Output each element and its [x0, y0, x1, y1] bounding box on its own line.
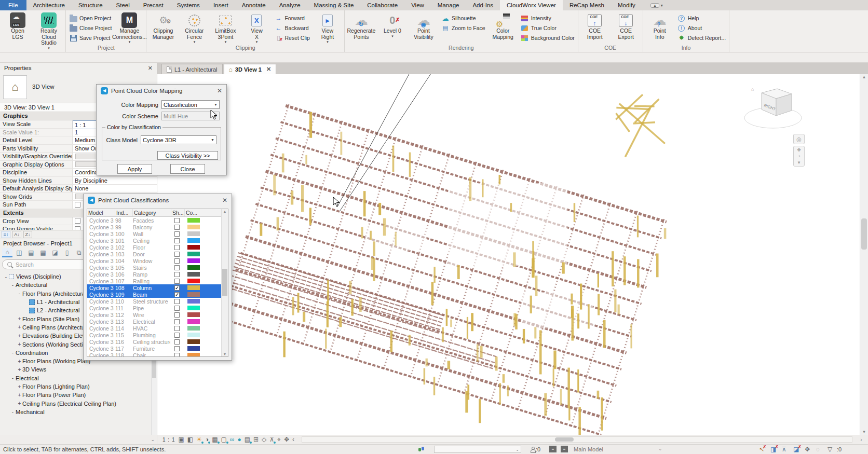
- color-chip[interactable]: [187, 272, 200, 277]
- tree-item-floor-plans-power-plan[interactable]: +Floor Plans (Power Plan): [0, 391, 152, 399]
- help-button[interactable]: ?Help: [676, 13, 728, 23]
- color-chip[interactable]: [187, 231, 200, 236]
- color-chip[interactable]: [187, 299, 200, 304]
- silhouette-button[interactable]: ☁Silhouette: [440, 13, 487, 23]
- collapse-icon[interactable]: -: [10, 375, 16, 381]
- dialog-titlebar[interactable]: ◀ Point Cloud Classifications ✕: [84, 194, 232, 206]
- collapse-bar-icon[interactable]: ‹: [292, 436, 294, 443]
- limitbox-3point-button[interactable]: LimitBox3Point▾: [210, 11, 240, 45]
- temporary-hide-isolate-icon[interactable]: ∞: [230, 436, 235, 443]
- tree-item-3d-views[interactable]: +3D Views: [0, 365, 152, 374]
- color-chip[interactable]: [187, 339, 200, 344]
- close-icon[interactable]: ✕: [222, 197, 227, 204]
- close-button[interactable]: Close: [170, 164, 205, 174]
- classification-row-column[interactable]: Cyclone 3...108Column✓: [87, 284, 228, 291]
- close-icon[interactable]: ✕: [217, 87, 222, 94]
- classification-row-wall[interactable]: Cyclone 3...100Wall: [87, 230, 228, 237]
- view-x-button[interactable]: XViewX▾: [241, 11, 272, 45]
- color-chip[interactable]: [187, 292, 200, 297]
- collapse-icon[interactable]: -: [10, 350, 16, 355]
- save-project-button[interactable]: Save Project: [67, 33, 113, 43]
- expand-icon[interactable]: +: [17, 333, 22, 339]
- ribbon-tab-steel[interactable]: Steel: [110, 0, 137, 10]
- scroll-down-icon[interactable]: ▼: [860, 430, 868, 434]
- classification-row-floor[interactable]: Cyclone 3...102Floor: [87, 244, 228, 251]
- show-checkbox[interactable]: [174, 258, 180, 264]
- show-checkbox[interactable]: ✓: [174, 285, 180, 291]
- point-info-button[interactable]: ☁?PointInfo: [645, 11, 675, 45]
- sheets-icon[interactable]: ▤: [26, 248, 36, 257]
- ribbon-tab-manage[interactable]: Manage: [431, 0, 466, 10]
- show-crop-region-icon[interactable]: ▢: [221, 436, 227, 443]
- color-chip[interactable]: [187, 265, 200, 270]
- reality-cloud-studio-button[interactable]: Reality CloudStudio▾: [34, 11, 64, 51]
- intensity-button[interactable]: Intensity: [519, 13, 576, 23]
- worksets-dialog-icon[interactable]: ≡: [549, 446, 557, 452]
- drag-elements-icon[interactable]: ✥: [805, 446, 810, 453]
- sun-path-icon[interactable]: ☀: [196, 436, 202, 443]
- color-chip[interactable]: [187, 333, 200, 337]
- select-underlay-icon[interactable]: ◨✗: [770, 446, 776, 453]
- select-pinned-icon[interactable]: ⊼: [782, 446, 786, 453]
- ribbon-tab-add-ins[interactable]: Add-Ins: [466, 0, 500, 10]
- shadows-icon[interactable]: ◑: [205, 436, 209, 443]
- filter-ring-icon[interactable]: ◌: [816, 446, 820, 453]
- views-icon[interactable]: ◫: [14, 248, 24, 257]
- highlight-displacement-icon[interactable]: ◇: [262, 436, 266, 443]
- view-tab-3d-view-1[interactable]: ⌂3D View 1✕: [224, 64, 277, 74]
- tree-item-electrical[interactable]: -Electrical: [0, 374, 152, 382]
- classification-row-balcony[interactable]: Cyclone 3...99Balcony: [87, 224, 228, 230]
- defect-report-button[interactable]: ✸Defect Report...: [676, 33, 728, 43]
- show-checkbox[interactable]: ✓: [174, 292, 180, 297]
- view-right-button[interactable]: ▸ViewRight▾: [313, 11, 343, 45]
- show-checkbox[interactable]: [174, 218, 180, 223]
- property-value[interactable]: By Discipline: [73, 177, 157, 185]
- expand-icon[interactable]: +: [17, 392, 22, 398]
- checkbox[interactable]: [75, 202, 80, 208]
- pan-zoom-icon[interactable]: ✥: [284, 436, 289, 443]
- lock-3d-view-icon[interactable]: ⌖: [277, 436, 281, 443]
- select-by-face-icon[interactable]: ◪✗: [793, 446, 799, 453]
- color-chip[interactable]: [187, 353, 200, 357]
- ribbon-tab-modify[interactable]: Modify: [611, 0, 642, 10]
- show-checkbox[interactable]: [174, 279, 180, 284]
- canvas-horizontal-scrollbar[interactable]: [302, 436, 852, 443]
- class-visibility-button[interactable]: Class Visibility >>: [157, 151, 218, 160]
- sort-az-icon[interactable]: A↓: [12, 231, 21, 238]
- color-chip[interactable]: [187, 245, 200, 250]
- steering-wheel-icon[interactable]: ◎: [793, 134, 805, 144]
- scroll-up-icon[interactable]: ▲: [860, 75, 868, 79]
- show-checkbox[interactable]: [174, 319, 180, 324]
- ribbon-tab-analyze[interactable]: Analyze: [273, 0, 307, 10]
- expand-icon[interactable]: +: [17, 316, 22, 322]
- color-chip[interactable]: [187, 285, 200, 290]
- families-icon[interactable]: ▯: [62, 248, 72, 257]
- show-checkbox[interactable]: [174, 346, 180, 351]
- classification-row-railing[interactable]: Cyclone 3...107Railing: [87, 278, 228, 284]
- ribbon-tab-systems[interactable]: Systems: [170, 0, 207, 10]
- color-chip[interactable]: [187, 279, 200, 283]
- show-checkbox[interactable]: [174, 272, 180, 277]
- ribbon-tab-recap-mesh[interactable]: ReCap Mesh: [563, 0, 611, 10]
- show-checkbox[interactable]: [174, 225, 180, 230]
- ribbon-tab-structure[interactable]: Structure: [72, 0, 110, 10]
- classification-row-facades[interactable]: Cyclone 3...98Facades: [87, 217, 228, 224]
- about-button[interactable]: !About: [676, 23, 728, 33]
- reveal-constraints-icon[interactable]: ⊼: [269, 436, 274, 443]
- close-project-button[interactable]: Close Project: [67, 23, 113, 33]
- expand-icon[interactable]: +: [17, 324, 22, 330]
- filter-icon[interactable]: ▽: [828, 446, 832, 453]
- manage-connections-button[interactable]: MManageConnections...▾: [114, 11, 144, 45]
- reveal-hidden-elements-icon[interactable]: ●: [237, 436, 241, 443]
- property-value[interactable]: None: [73, 185, 157, 192]
- classification-row-wire[interactable]: Cyclone 3...112Wire: [87, 311, 228, 318]
- view-scale-label[interactable]: 1 : 1: [162, 437, 175, 443]
- classification-row-plumbing[interactable]: Cyclone 3...115Plumbing: [87, 332, 228, 338]
- show-checkbox[interactable]: [174, 333, 180, 338]
- sort-order-icon[interactable]: ≡↕: [2, 231, 10, 238]
- canvas-vertical-scrollbar[interactable]: ▲ ▼: [860, 74, 868, 435]
- ribbon-tab-cloudworx-viewer[interactable]: CloudWorx Viewer: [500, 0, 563, 10]
- expand-icon[interactable]: +: [17, 384, 22, 390]
- dialog-titlebar[interactable]: ◀ Point Cloud Color Mapping ✕: [97, 85, 226, 97]
- class-model-select[interactable]: Cyclone 3DR▼: [141, 135, 216, 144]
